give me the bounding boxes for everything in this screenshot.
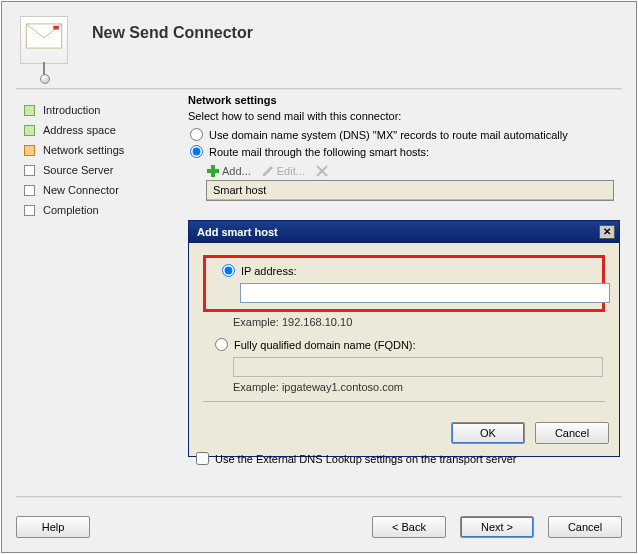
sidebar-item-network-settings[interactable]: Network settings (24, 140, 174, 160)
sidebar-label: New Connector (43, 184, 119, 196)
fqdn-example: Example: ipgateway1.contoso.com (233, 381, 605, 393)
plus-icon (206, 164, 220, 178)
bottom-divider (16, 496, 622, 498)
add-smart-host-dialog: Add smart host ✕ IP address: Example: 19… (188, 220, 620, 457)
fqdn-input (233, 357, 603, 377)
radio-ip[interactable]: IP address: (210, 262, 598, 279)
wizard-sidebar: Introduction Address space Network setti… (24, 100, 174, 220)
radio-dns-input[interactable] (190, 128, 203, 141)
wizard-window: New Send Connector Introduction Address … (1, 1, 637, 553)
external-dns-label: Use the External DNS Lookup settings on … (215, 453, 516, 465)
radio-smarthost[interactable]: Route mail through the following smart h… (188, 143, 620, 160)
radio-smarthost-label: Route mail through the following smart h… (209, 146, 429, 158)
sidebar-label: Introduction (43, 104, 100, 116)
section-title: Network settings (188, 94, 620, 106)
sidebar-item-completion[interactable]: Completion (24, 200, 174, 220)
sidebar-label: Source Server (43, 164, 113, 176)
external-dns-checkbox-row[interactable]: Use the External DNS Lookup settings on … (196, 452, 516, 465)
next-button[interactable]: Next > (460, 516, 534, 538)
sidebar-item-new-connector[interactable]: New Connector (24, 180, 174, 200)
grid-column-header: Smart host (207, 181, 613, 200)
wizard-button-bar: Help < Back Next > Cancel (16, 516, 622, 538)
edit-button: Edit... (261, 164, 305, 178)
radio-fqdn[interactable]: Fully qualified domain name (FQDN): (203, 336, 605, 353)
ok-button[interactable]: OK (451, 422, 525, 444)
radio-dns-label: Use domain name system (DNS) "MX" record… (209, 129, 568, 141)
radio-ip-label: IP address: (241, 265, 296, 277)
delete-icon (315, 164, 329, 178)
smarthost-grid[interactable]: Smart host (206, 180, 614, 201)
dialog-divider (203, 401, 605, 402)
sidebar-label: Completion (43, 204, 99, 216)
ip-address-input[interactable] (240, 283, 610, 303)
dialog-title: Add smart host (197, 226, 278, 238)
edit-label: Edit... (277, 165, 305, 177)
wizard-header: New Send Connector (2, 2, 636, 64)
radio-fqdn-input[interactable] (215, 338, 228, 351)
add-label: Add... (222, 165, 251, 177)
dialog-button-row: OK Cancel (189, 422, 619, 456)
wizard-title: New Send Connector (92, 24, 253, 42)
radio-ip-input[interactable] (222, 264, 235, 277)
help-button[interactable]: Help (16, 516, 90, 538)
ip-example: Example: 192.168.10.10 (233, 316, 605, 328)
svg-rect-3 (207, 169, 219, 173)
radio-dns[interactable]: Use domain name system (DNS) "MX" record… (188, 126, 620, 143)
dialog-titlebar[interactable]: Add smart host ✕ (189, 221, 619, 243)
wizard-cancel-button[interactable]: Cancel (548, 516, 622, 538)
divider (16, 88, 622, 90)
radio-fqdn-label: Fully qualified domain name (FQDN): (234, 339, 416, 351)
smarthost-toolbar: Add... Edit... (206, 164, 620, 178)
svg-rect-1 (53, 26, 59, 30)
sidebar-item-introduction[interactable]: Introduction (24, 100, 174, 120)
dialog-body: IP address: Example: 192.168.10.10 Fully… (189, 243, 619, 422)
sidebar-item-address-space[interactable]: Address space (24, 120, 174, 140)
delete-button (315, 164, 329, 178)
dialog-cancel-button[interactable]: Cancel (535, 422, 609, 444)
sidebar-item-source-server[interactable]: Source Server (24, 160, 174, 180)
icon-stem (40, 62, 48, 82)
back-button[interactable]: < Back (372, 516, 446, 538)
radio-smarthost-input[interactable] (190, 145, 203, 158)
pencil-icon (261, 164, 275, 178)
mail-icon (20, 16, 68, 64)
sidebar-label: Network settings (43, 144, 124, 156)
section-desc: Select how to send mail with this connec… (188, 110, 620, 122)
close-icon[interactable]: ✕ (599, 225, 615, 239)
external-dns-checkbox[interactable] (196, 452, 209, 465)
add-button[interactable]: Add... (206, 164, 251, 178)
highlight-box: IP address: (203, 255, 605, 312)
sidebar-label: Address space (43, 124, 116, 136)
